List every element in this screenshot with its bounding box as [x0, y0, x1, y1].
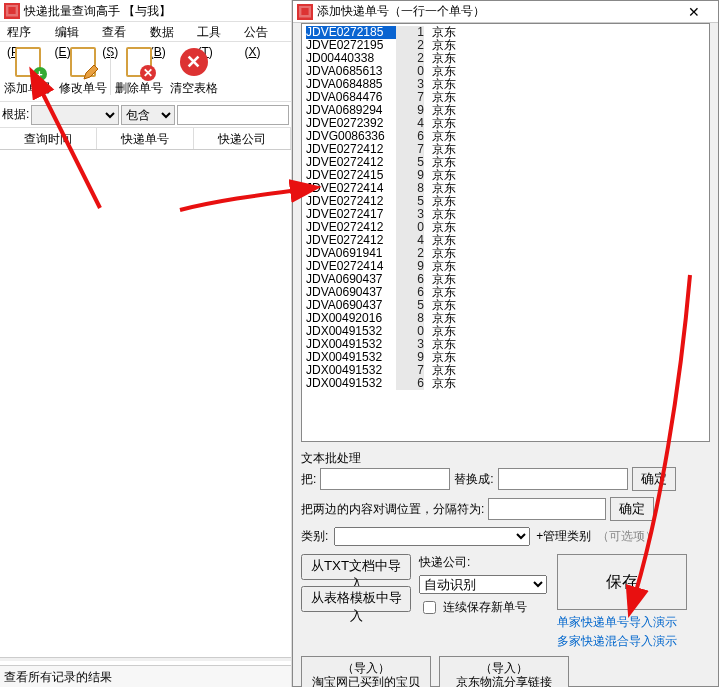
continuous-save-checkbox[interactable]: 连续保存新单号 [419, 598, 549, 617]
demo-multi-link[interactable]: 多家快递混合导入演示 [557, 633, 687, 650]
swap-delim-input[interactable] [488, 498, 606, 520]
menu-tools[interactable]: 工具(T) [194, 22, 239, 41]
courier-select[interactable]: 自动识别 [419, 575, 547, 594]
table-header: 查询时间 快递单号 快递公司 [0, 128, 291, 150]
delete-icon: ✕ [140, 65, 156, 81]
dialog-icon [297, 4, 313, 20]
edit-number-button[interactable]: 修改单号 [55, 42, 110, 101]
delete-number-button[interactable]: ✕ 删除单号 [111, 42, 166, 101]
add-number-button[interactable]: + 添加单号 [0, 42, 55, 101]
menu-notice[interactable]: 公告(X) [241, 22, 287, 41]
close-icon[interactable]: ✕ [674, 4, 714, 20]
category-select[interactable] [334, 527, 530, 546]
filter-row: 根据: 包含 [0, 102, 291, 128]
add-tracking-dialog: 添加快递单号（一行一个单号） ✕ JDVE02721851京东JDVE02721… [292, 0, 719, 687]
window-title: 快递批量查询高手 【与我】 [24, 0, 171, 22]
swap-label: 把两边的内容对调位置，分隔符为: [301, 501, 484, 518]
optional-hint: （可选项） [597, 528, 657, 545]
clear-table-button[interactable]: ✕ 清空表格 [166, 42, 221, 101]
col-tracking-no[interactable]: 快递单号 [97, 128, 194, 149]
replace-from-label: 把: [301, 471, 316, 488]
menu-bar: 程序(P) 编辑(E) 查看(S) 数据(B) 工具(T) 公告(X) [0, 22, 291, 42]
menu-edit[interactable]: 编辑(E) [52, 22, 98, 41]
import-jd-button[interactable]: （导入） 京东物流分享链接 [439, 656, 569, 687]
main-window: 快递批量查询高手 【与我】 程序(P) 编辑(E) 查看(S) 数据(B) 工具… [0, 0, 292, 687]
menu-view[interactable]: 查看(S) [99, 22, 145, 41]
batch-section-title: 文本批处理 [301, 450, 361, 467]
app-icon [4, 3, 20, 19]
replace-confirm-button[interactable]: 确定 [632, 467, 676, 491]
clear-icon: ✕ [180, 48, 208, 76]
col-query-time[interactable]: 查询时间 [0, 128, 97, 149]
demo-single-link[interactable]: 单家快递单号导入演示 [557, 614, 687, 631]
swap-confirm-button[interactable]: 确定 [610, 497, 654, 521]
splitter[interactable] [0, 657, 291, 661]
replace-from-input[interactable] [320, 468, 450, 490]
import-txt-button[interactable]: 从TXT文档中导入 [301, 554, 411, 580]
title-bar: 快递批量查询高手 【与我】 [0, 0, 291, 22]
filter-field-select[interactable] [31, 105, 119, 125]
continuous-save-input[interactable] [423, 601, 436, 614]
col-courier[interactable]: 快递公司 [194, 128, 291, 149]
list-item[interactable]: JDX004915326京东 [306, 377, 705, 390]
replace-to-label: 替换成: [454, 471, 493, 488]
menu-data[interactable]: 数据(B) [147, 22, 193, 41]
status-bar: 查看所有记录的结果 [0, 665, 291, 687]
category-label: 类别: [301, 528, 328, 545]
filter-op-select[interactable]: 包含 [121, 105, 175, 125]
dialog-title-bar: 添加快递单号（一行一个单号） ✕ [293, 1, 718, 23]
filter-label: 根据: [2, 106, 29, 123]
tracking-list[interactable]: JDVE02721851京东JDVE02721952京东JD004403382京… [301, 23, 710, 442]
pencil-icon [82, 63, 100, 81]
courier-label: 快递公司: [419, 554, 470, 571]
table-body [0, 150, 291, 659]
import-template-button[interactable]: 从表格模板中导入 [301, 586, 411, 612]
import-taobao-button[interactable]: （导入） 淘宝网已买到的宝贝 [301, 656, 431, 687]
manage-category-link[interactable]: +管理类别 [536, 528, 591, 545]
plus-icon: + [33, 67, 47, 81]
save-button[interactable]: 保存 [557, 554, 687, 610]
menu-program[interactable]: 程序(P) [4, 22, 50, 41]
filter-text-input[interactable] [177, 105, 289, 125]
dialog-title: 添加快递单号（一行一个单号） [317, 3, 485, 20]
replace-to-input[interactable] [498, 468, 628, 490]
